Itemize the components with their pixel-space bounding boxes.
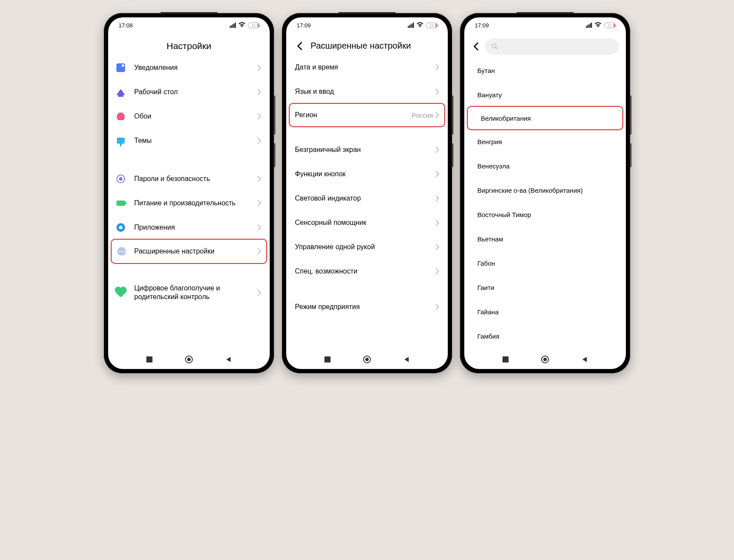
status-bar: 17:09 11 <box>464 17 626 33</box>
phone-frame-1: 17:08 11 Настройки УведомленияРабочий ст… <box>104 13 274 373</box>
settings-row[interactable]: Дата и время <box>286 55 448 79</box>
region-row[interactable]: Венгрия <box>464 129 626 154</box>
region-label: Бутан <box>477 67 613 74</box>
region-row[interactable]: Виргинские о-ва (Великобритания) <box>464 178 626 202</box>
row-label: Дата и время <box>295 63 436 71</box>
settings-row[interactable]: Сенсорный помощник <box>286 211 448 235</box>
nav-home[interactable] <box>185 355 193 364</box>
settings-row[interactable]: Расширенные настройки <box>111 239 267 264</box>
settings-row[interactable]: Приложения <box>108 215 270 240</box>
status-bar: 17:09 11 <box>286 17 448 33</box>
wifi-icon <box>595 22 602 29</box>
region-row[interactable]: Восточный Тимор <box>464 202 626 227</box>
chevron-right-icon <box>258 290 261 296</box>
region-label: Гаити <box>477 284 613 291</box>
settings-row[interactable]: Управление одной рукой <box>286 235 448 259</box>
row-label: Цифровое благополучие и родительский кон… <box>134 284 249 301</box>
settings-row[interactable]: Режим предприятия <box>286 295 448 319</box>
chevron-right-icon <box>436 220 439 226</box>
row-label: Расширенные настройки <box>134 247 250 255</box>
region-row[interactable]: Венесуэла <box>464 154 626 178</box>
nav-recent[interactable] <box>501 355 510 364</box>
region-label: Венесуэла <box>477 162 613 170</box>
region-row[interactable]: Гайана <box>464 300 626 324</box>
battery-icon: 11 <box>248 23 259 28</box>
row-label: Язык и ввод <box>295 88 436 96</box>
region-row[interactable]: Гамбия <box>464 324 626 348</box>
wifi-icon <box>238 22 245 29</box>
nav-bar <box>286 350 448 369</box>
region-row[interactable]: Вануату <box>464 82 626 107</box>
nav-recent[interactable] <box>323 355 332 364</box>
dots-icon <box>117 247 126 256</box>
title-bar <box>464 33 626 58</box>
settings-row[interactable]: Спец. возможности <box>286 259 448 283</box>
region-row[interactable]: Великобритания <box>467 106 623 130</box>
status-time: 17:09 <box>475 22 489 29</box>
row-label: Приложения <box>134 224 249 231</box>
settings-row[interactable]: Функции кнопок <box>286 162 448 186</box>
settings-row[interactable]: РегионРоссия <box>289 103 445 127</box>
chevron-right-icon <box>436 64 439 70</box>
row-label: Рабочий стол <box>134 88 249 96</box>
svg-point-2 <box>187 358 191 361</box>
home-icon <box>116 87 126 97</box>
row-label: Безграничный экран <box>295 146 436 154</box>
settings-row[interactable]: Уведомления <box>108 56 270 80</box>
nav-back[interactable] <box>580 355 589 364</box>
chevron-right-icon <box>258 248 261 254</box>
row-label: Режим предприятия <box>295 303 436 311</box>
row-label: Сенсорный помощник <box>295 219 436 227</box>
nav-back[interactable] <box>224 355 233 364</box>
nav-bar <box>108 350 270 369</box>
region-row[interactable]: Бутан <box>464 58 626 82</box>
page-title: Настройки <box>167 41 212 51</box>
settings-row[interactable]: Световой индикатор <box>286 186 448 211</box>
chevron-right-icon <box>258 113 261 119</box>
settings-row[interactable]: Безграничный экран <box>286 138 448 162</box>
chevron-right-icon <box>436 244 439 250</box>
row-value: Россия <box>412 112 433 119</box>
row-label: Питание и производительность <box>134 199 249 207</box>
settings-row[interactable]: Рабочий стол <box>108 80 270 104</box>
back-button[interactable] <box>295 41 304 51</box>
batt-icon <box>116 198 126 208</box>
row-label: Пароли и безопасность <box>134 175 249 183</box>
region-label: Великобритания <box>481 115 609 122</box>
nav-home[interactable] <box>541 355 549 364</box>
settings-row[interactable]: Пароли и безопасность <box>108 167 270 191</box>
nav-home[interactable] <box>363 355 371 364</box>
chevron-right-icon <box>436 268 439 274</box>
signal-icon <box>408 23 414 28</box>
row-label: Обои <box>134 112 249 120</box>
status-time: 17:08 <box>119 22 133 29</box>
wifi-icon <box>417 22 423 29</box>
chevron-right-icon <box>436 89 439 95</box>
chevron-right-icon <box>258 224 261 231</box>
bell-icon <box>116 63 126 72</box>
region-row[interactable]: Вьетнам <box>464 227 626 251</box>
phone-frame-3: 17:09 11 БутанВануатуВеликобританияВенгр… <box>460 13 630 373</box>
status-time: 17:09 <box>297 22 311 29</box>
heart-icon <box>116 288 126 297</box>
settings-row[interactable]: Питание и производительность <box>108 191 270 215</box>
search-input[interactable] <box>485 38 619 55</box>
svg-rect-3 <box>324 356 331 362</box>
nav-back[interactable] <box>402 355 411 364</box>
nav-recent[interactable] <box>145 355 154 364</box>
search-icon <box>491 43 498 50</box>
settings-row[interactable]: Обои <box>108 104 270 128</box>
chevron-right-icon <box>258 138 261 144</box>
back-button[interactable] <box>471 42 481 51</box>
settings-row[interactable]: Язык и ввод <box>286 79 448 104</box>
region-row[interactable]: Габон <box>464 251 626 275</box>
settings-row[interactable]: Темы <box>108 128 270 153</box>
row-label: Темы <box>134 137 249 145</box>
signal-icon <box>586 23 592 28</box>
region-row[interactable]: Гаити <box>464 275 626 300</box>
row-label: Спец. возможности <box>295 267 436 275</box>
signal-icon <box>230 23 236 28</box>
settings-row[interactable]: Цифровое благополучие и родительский кон… <box>108 277 270 308</box>
battery-icon: 11 <box>604 23 615 28</box>
chevron-right-icon <box>258 65 261 71</box>
